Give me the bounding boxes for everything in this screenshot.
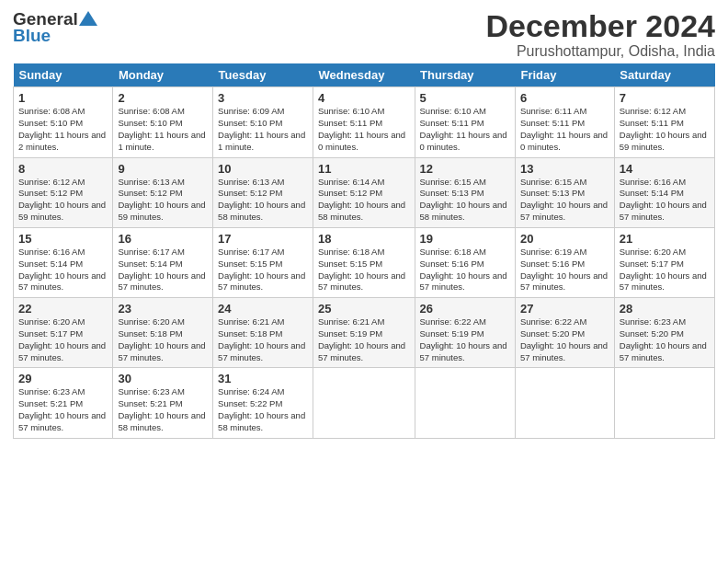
table-row: 26 Sunrise: 6:22 AMSunset: 5:19 PMDaylig… (415, 298, 515, 368)
col-saturday: Saturday (614, 63, 714, 87)
logo-blue: Blue (13, 26, 97, 46)
table-row: 13 Sunrise: 6:15 AMSunset: 5:13 PMDaylig… (515, 157, 614, 227)
day-info: Sunrise: 6:15 AMSunset: 5:13 PMDaylight:… (520, 177, 608, 222)
col-tuesday: Tuesday (213, 63, 313, 87)
day-number: 8 (18, 162, 108, 176)
day-number: 14 (620, 162, 710, 176)
col-thursday: Thursday (415, 63, 515, 87)
day-info: Sunrise: 6:08 AMSunset: 5:10 PMDaylight:… (118, 106, 205, 151)
table-row: 5 Sunrise: 6:10 AMSunset: 5:11 PMDayligh… (415, 87, 515, 157)
day-number: 27 (520, 302, 609, 316)
day-number: 18 (318, 232, 410, 246)
day-number: 1 (18, 91, 108, 105)
day-number: 29 (18, 372, 108, 385)
day-number: 25 (318, 302, 410, 316)
calendar-title: December 2024 (485, 9, 715, 43)
day-info: Sunrise: 6:20 AMSunset: 5:17 PMDaylight:… (18, 316, 106, 362)
day-info: Sunrise: 6:10 AMSunset: 5:11 PMDaylight:… (318, 106, 405, 151)
table-row: 8 Sunrise: 6:12 AMSunset: 5:12 PMDayligh… (14, 157, 113, 227)
table-row: 6 Sunrise: 6:11 AMSunset: 5:11 PMDayligh… (515, 87, 614, 157)
day-number: 31 (218, 372, 308, 385)
day-number: 3 (218, 91, 308, 105)
day-info: Sunrise: 6:13 AMSunset: 5:12 PMDaylight:… (218, 177, 305, 222)
table-row: 28 Sunrise: 6:23 AMSunset: 5:20 PMDaylig… (614, 298, 714, 368)
day-info: Sunrise: 6:17 AMSunset: 5:14 PMDaylight:… (118, 247, 205, 292)
day-number: 28 (620, 302, 710, 316)
day-number: 12 (420, 162, 510, 176)
table-row: 16 Sunrise: 6:17 AMSunset: 5:14 PMDaylig… (113, 227, 213, 297)
day-info: Sunrise: 6:16 AMSunset: 5:14 PMDaylight:… (620, 177, 707, 222)
day-info: Sunrise: 6:16 AMSunset: 5:14 PMDaylight:… (18, 247, 106, 292)
day-number: 21 (620, 232, 710, 246)
calendar-table: Sunday Monday Tuesday Wednesday Thursday… (13, 63, 715, 438)
day-info: Sunrise: 6:09 AMSunset: 5:10 PMDaylight:… (218, 106, 305, 151)
day-number: 10 (218, 162, 308, 176)
table-row: 1 Sunrise: 6:08 AMSunset: 5:10 PMDayligh… (14, 87, 113, 157)
day-info: Sunrise: 6:20 AMSunset: 5:18 PMDaylight:… (118, 316, 205, 362)
day-info: Sunrise: 6:23 AMSunset: 5:21 PMDaylight:… (118, 386, 205, 431)
logo-text: General Blue (13, 9, 97, 46)
day-info: Sunrise: 6:12 AMSunset: 5:12 PMDaylight:… (18, 177, 106, 222)
day-info: Sunrise: 6:23 AMSunset: 5:20 PMDaylight:… (620, 316, 707, 362)
table-row: 17 Sunrise: 6:17 AMSunset: 5:15 PMDaylig… (213, 227, 313, 297)
page-container: General Blue December 2024 Purushottampu… (0, 0, 728, 448)
table-row: 7 Sunrise: 6:12 AMSunset: 5:11 PMDayligh… (614, 87, 714, 157)
table-row: 29 Sunrise: 6:23 AMSunset: 5:21 PMDaylig… (14, 368, 113, 438)
table-row: 3 Sunrise: 6:09 AMSunset: 5:10 PMDayligh… (213, 87, 313, 157)
day-info: Sunrise: 6:20 AMSunset: 5:17 PMDaylight:… (620, 247, 707, 292)
day-info: Sunrise: 6:18 AMSunset: 5:16 PMDaylight:… (420, 247, 507, 292)
col-friday: Friday (515, 63, 614, 87)
day-number: 2 (118, 91, 208, 105)
table-row: 20 Sunrise: 6:19 AMSunset: 5:16 PMDaylig… (515, 227, 614, 297)
day-info: Sunrise: 6:23 AMSunset: 5:21 PMDaylight:… (18, 386, 106, 431)
day-number: 9 (118, 162, 208, 176)
day-number: 30 (118, 372, 208, 385)
day-number: 22 (18, 302, 108, 316)
logo: General Blue (13, 9, 97, 46)
day-info: Sunrise: 6:12 AMSunset: 5:11 PMDaylight:… (620, 106, 707, 151)
day-info: Sunrise: 6:14 AMSunset: 5:12 PMDaylight:… (318, 177, 405, 222)
day-info: Sunrise: 6:21 AMSunset: 5:19 PMDaylight:… (318, 316, 405, 362)
table-row: 19 Sunrise: 6:18 AMSunset: 5:16 PMDaylig… (415, 227, 515, 297)
calendar-header-row: Sunday Monday Tuesday Wednesday Thursday… (14, 63, 715, 87)
day-number: 16 (118, 232, 208, 246)
table-row: 11 Sunrise: 6:14 AMSunset: 5:12 PMDaylig… (313, 157, 415, 227)
day-number: 24 (218, 302, 308, 316)
day-number: 23 (118, 302, 208, 316)
day-number: 5 (420, 91, 510, 105)
day-number: 7 (620, 91, 710, 105)
table-row: 23 Sunrise: 6:20 AMSunset: 5:18 PMDaylig… (113, 298, 213, 368)
day-number: 17 (218, 232, 308, 246)
table-row: 15 Sunrise: 6:16 AMSunset: 5:14 PMDaylig… (14, 227, 113, 297)
table-row (515, 368, 614, 438)
logo-triangle-icon (79, 9, 97, 28)
day-number: 4 (318, 91, 410, 105)
table-row: 25 Sunrise: 6:21 AMSunset: 5:19 PMDaylig… (313, 298, 415, 368)
day-number: 13 (520, 162, 609, 176)
day-number: 15 (18, 232, 108, 246)
title-block: December 2024 Purushottampur, Odisha, In… (485, 9, 715, 60)
day-number: 26 (420, 302, 510, 316)
table-row (614, 368, 714, 438)
day-info: Sunrise: 6:08 AMSunset: 5:10 PMDaylight:… (18, 106, 106, 151)
day-number: 19 (420, 232, 510, 246)
day-number: 6 (520, 91, 609, 105)
table-row: 30 Sunrise: 6:23 AMSunset: 5:21 PMDaylig… (113, 368, 213, 438)
table-row: 9 Sunrise: 6:13 AMSunset: 5:12 PMDayligh… (113, 157, 213, 227)
day-info: Sunrise: 6:15 AMSunset: 5:13 PMDaylight:… (420, 177, 507, 222)
day-info: Sunrise: 6:19 AMSunset: 5:16 PMDaylight:… (520, 247, 608, 292)
col-sunday: Sunday (14, 63, 113, 87)
table-row (313, 368, 415, 438)
calendar-location: Purushottampur, Odisha, India (485, 43, 715, 60)
day-info: Sunrise: 6:13 AMSunset: 5:12 PMDaylight:… (118, 177, 205, 222)
table-row: 14 Sunrise: 6:16 AMSunset: 5:14 PMDaylig… (614, 157, 714, 227)
table-row: 18 Sunrise: 6:18 AMSunset: 5:15 PMDaylig… (313, 227, 415, 297)
day-number: 11 (318, 162, 410, 176)
table-row: 31 Sunrise: 6:24 AMSunset: 5:22 PMDaylig… (213, 368, 313, 438)
day-info: Sunrise: 6:10 AMSunset: 5:11 PMDaylight:… (420, 106, 507, 151)
table-row: 24 Sunrise: 6:21 AMSunset: 5:18 PMDaylig… (213, 298, 313, 368)
table-row: 27 Sunrise: 6:22 AMSunset: 5:20 PMDaylig… (515, 298, 614, 368)
table-row: 2 Sunrise: 6:08 AMSunset: 5:10 PMDayligh… (113, 87, 213, 157)
day-info: Sunrise: 6:21 AMSunset: 5:18 PMDaylight:… (218, 316, 305, 362)
table-row: 10 Sunrise: 6:13 AMSunset: 5:12 PMDaylig… (213, 157, 313, 227)
